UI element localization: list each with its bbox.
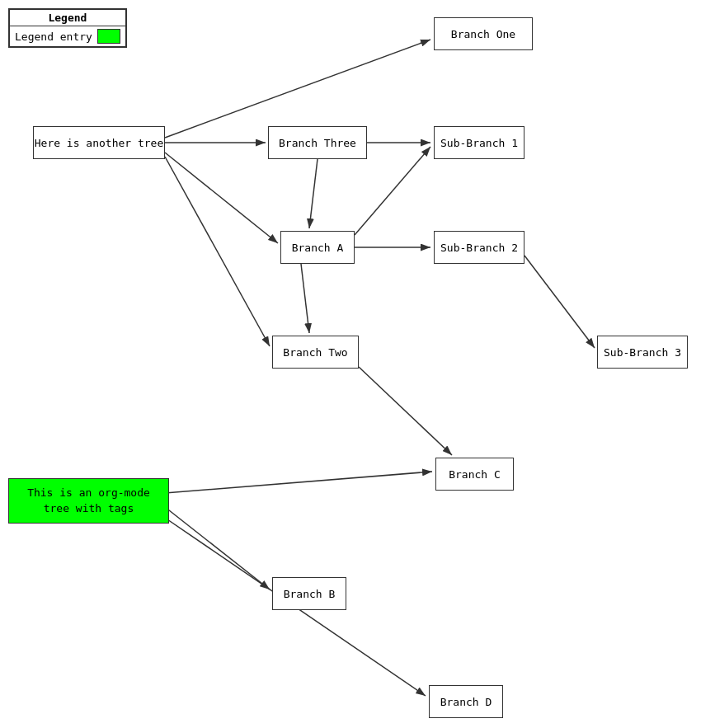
diagram-container: Legend Legend entry — [0, 0, 715, 728]
node-sub-branch-2: Sub-Branch 2 — [434, 231, 524, 264]
node-branch-d: Branch D — [429, 685, 503, 718]
legend-entry-label: Legend entry — [15, 31, 92, 43]
node-branch-c: Branch C — [435, 458, 514, 491]
node-branch-b: Branch B — [272, 577, 346, 610]
svg-line-10 — [524, 256, 595, 348]
node-here-is-another-tree: Here is another tree — [33, 126, 165, 159]
node-this-is-org: This is an org-mode tree with tags — [8, 478, 169, 524]
node-sub-branch-1: Sub-Branch 1 — [434, 126, 524, 159]
node-branch-two: Branch Two — [272, 336, 359, 369]
legend-title: Legend — [10, 10, 125, 26]
legend-color-swatch — [97, 29, 120, 44]
node-sub-branch-3: Sub-Branch 3 — [597, 336, 688, 369]
node-branch-a: Branch A — [280, 231, 355, 264]
svg-line-6 — [355, 147, 430, 235]
svg-line-11 — [165, 472, 432, 493]
svg-line-5 — [309, 159, 318, 228]
svg-line-4 — [165, 153, 278, 243]
legend-row: Legend entry — [10, 26, 125, 46]
node-branch-three: Branch Three — [268, 126, 367, 159]
legend-box: Legend Legend entry — [8, 8, 127, 48]
svg-line-9 — [301, 264, 309, 333]
svg-line-12 — [359, 367, 452, 455]
svg-line-13 — [165, 507, 270, 589]
node-branch-one: Branch One — [434, 17, 533, 50]
svg-line-1 — [165, 40, 430, 138]
svg-line-8 — [165, 157, 270, 346]
